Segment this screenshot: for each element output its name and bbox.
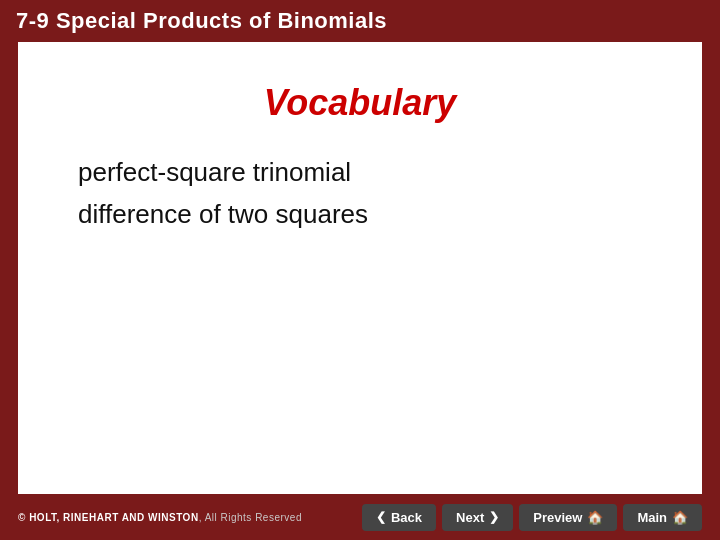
back-button[interactable]: ❮ Back xyxy=(362,504,436,531)
preview-label: Preview xyxy=(533,510,582,525)
footer: © HOLT, RINEHART AND WINSTON, All Rights… xyxy=(0,494,720,540)
vocabulary-title: Vocabulary xyxy=(78,82,642,124)
copyright: © HOLT, RINEHART AND WINSTON, All Rights… xyxy=(18,512,302,523)
next-button[interactable]: Next ❯ xyxy=(442,504,513,531)
preview-button[interactable]: Preview 🏠 xyxy=(519,504,617,531)
nav-buttons: ❮ Back Next ❯ Preview 🏠 Main 🏠 xyxy=(362,504,702,531)
main-label: Main xyxy=(637,510,667,525)
header: 7-9 Special Products of Binomials xyxy=(0,0,720,42)
page-title: 7-9 Special Products of Binomials xyxy=(16,8,387,34)
preview-icon: 🏠 xyxy=(587,510,603,525)
main-icon: 🏠 xyxy=(672,510,688,525)
next-label: Next xyxy=(456,510,484,525)
next-arrow-icon: ❯ xyxy=(489,510,499,524)
main-button[interactable]: Main 🏠 xyxy=(623,504,702,531)
back-label: Back xyxy=(391,510,422,525)
back-arrow-icon: ❮ xyxy=(376,510,386,524)
page-wrapper: 7-9 Special Products of Binomials Vocabu… xyxy=(0,0,720,540)
vocab-item-2: difference of two squares xyxy=(78,194,368,236)
vocab-item-1: perfect-square trinomial xyxy=(78,152,368,194)
slide-content: Vocabulary perfect-square trinomial diff… xyxy=(18,42,702,494)
